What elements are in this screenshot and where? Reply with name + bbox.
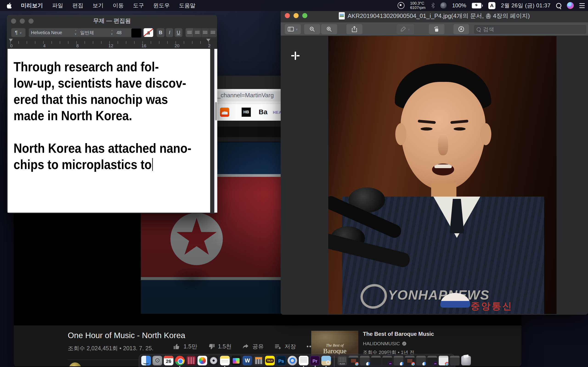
dock-textedit-icon[interactable] — [299, 356, 309, 365]
menu-help[interactable]: 도움말 — [179, 2, 195, 9]
markup-pen-button[interactable]: ∨ — [397, 24, 414, 34]
menubar-clock[interactable]: 2월 26일 (금) 01:37 — [501, 2, 551, 9]
align-center-button[interactable] — [193, 28, 201, 37]
menu-window[interactable]: 윈도우 — [153, 2, 170, 9]
close-button[interactable] — [285, 13, 290, 18]
menu-app-name[interactable]: 미리보기 — [21, 2, 43, 9]
minimized-chrome-window[interactable] — [405, 356, 415, 365]
sensor-status[interactable]: 100.3°C 6107rpm — [410, 1, 425, 10]
chrome-badge-icon — [355, 362, 358, 365]
font-size-value: 48 — [116, 30, 121, 35]
kakao-label: TALK — [266, 359, 274, 363]
dislike-button[interactable]: 1.5천 — [208, 343, 232, 350]
underline-button[interactable]: U — [174, 28, 182, 37]
photo-ear-shape — [480, 123, 491, 145]
bookmark-bandcamp-icon[interactable]: Ba — [259, 108, 267, 116]
minimized-premiere-window[interactable]: Pr — [382, 356, 392, 365]
minimized-finder-window[interactable] — [394, 356, 403, 365]
dock-finder-icon[interactable] — [141, 356, 151, 365]
dock-preview-icon[interactable] — [321, 356, 331, 365]
dock-chrome-icon[interactable] — [175, 356, 185, 365]
text-line: ered that this nanochip was — [14, 91, 191, 107]
bluetooth-icon[interactable] — [431, 3, 435, 8]
background-color-well[interactable]: a — [144, 28, 153, 37]
document-editor[interactable]: Through research and fol- low-up, scient… — [8, 49, 210, 213]
dock-trash-icon[interactable] — [461, 356, 471, 365]
dock-dvd-player-icon[interactable] — [209, 356, 218, 365]
monitor-app-icon[interactable] — [440, 2, 447, 9]
share-button[interactable] — [346, 24, 363, 34]
dock-xlsx-document[interactable]: XLSX — [337, 356, 347, 365]
minimized-finder-window[interactable] — [360, 356, 370, 365]
up-next-title[interactable]: The Best of Baroque Music — [363, 331, 434, 337]
text-line: low-up, scientists have discov- — [14, 75, 191, 91]
menu-go[interactable]: 이동 — [113, 2, 124, 9]
typeface-select[interactable]: 일반체 ⌃∨ — [78, 28, 115, 37]
text-color-well[interactable] — [131, 28, 142, 38]
align-left-button[interactable] — [186, 28, 193, 37]
align-justify-button[interactable] — [201, 28, 209, 37]
left-margin-marker[interactable] — [9, 39, 13, 42]
spotlight-search-icon[interactable] — [556, 3, 561, 8]
preview-content: YONHAPNEWS 중앙통신 — [281, 35, 588, 315]
menu-file[interactable]: 파일 — [52, 2, 63, 9]
minimized-chrome-window[interactable] — [439, 356, 448, 365]
scrollbar-track[interactable] — [214, 49, 217, 213]
bookmark-soundcloud-icon[interactable] — [220, 108, 229, 117]
dock-photos-icon[interactable] — [198, 356, 207, 365]
font-family-select[interactable]: Helvetica Neue ⌃∨ — [29, 28, 79, 37]
dock-word-icon[interactable]: W — [242, 356, 252, 365]
dock-final-cut-icon[interactable] — [231, 356, 241, 365]
screen-record-icon[interactable] — [398, 2, 405, 9]
markup-toolbar-button[interactable] — [453, 24, 469, 34]
dock-kakaotalk-icon[interactable]: TALK — [265, 356, 275, 365]
control-center-icon[interactable] — [579, 3, 585, 8]
minimized-chrome-window[interactable] — [349, 356, 358, 365]
charging-bolt-icon — [475, 4, 478, 7]
paragraph-style-button[interactable]: ¶ ∨ — [11, 28, 26, 37]
scrollbar-thumb[interactable] — [215, 102, 217, 120]
kim-jong-un-photo[interactable]: YONHAPNEWS 중앙통신 — [328, 36, 556, 314]
minimized-window[interactable] — [450, 356, 460, 365]
menu-tools[interactable]: 도구 — [133, 2, 144, 9]
save-button[interactable]: 저장 — [275, 343, 296, 350]
up-next-channel-row[interactable]: HALIDONMUSIC ✓ — [363, 341, 406, 346]
dock-quicktime-icon[interactable] — [288, 356, 297, 365]
dock-photoshop-icon[interactable]: Ps — [276, 356, 286, 365]
playlist-add-icon — [275, 343, 281, 350]
minimized-finder-window[interactable] — [416, 356, 426, 365]
dock-photo-booth-icon[interactable] — [186, 356, 196, 365]
share-button[interactable]: 공유 — [242, 343, 264, 350]
right-margin-marker[interactable] — [206, 39, 210, 42]
zoom-in-button[interactable] — [321, 24, 337, 34]
finder-badge-icon — [366, 362, 370, 365]
italic-button[interactable]: I — [166, 28, 173, 37]
bold-button[interactable]: B — [157, 28, 164, 37]
search-field[interactable]: 검색 — [474, 25, 587, 34]
menu-edit[interactable]: 편집 — [72, 2, 83, 9]
channel-avatar[interactable] — [69, 362, 81, 366]
siri-icon[interactable] — [567, 2, 574, 9]
photo-eye-shape — [454, 127, 466, 131]
dock-calculator-icon[interactable] — [254, 356, 263, 365]
dock-calendar-icon[interactable]: 26 — [164, 356, 173, 365]
zoom-out-button[interactable] — [304, 24, 320, 34]
apple-logo-icon[interactable] — [7, 3, 12, 8]
address-bar-url[interactable]: _channel=MartinVarg — [217, 92, 274, 99]
sidebar-toggle-button[interactable]: ∨ — [285, 24, 301, 34]
minimized-premiere-window[interactable]: Pr — [427, 356, 437, 365]
ruler-label: 8 — [76, 43, 79, 48]
dock-system-preferences-icon[interactable]: ⚙ — [153, 356, 162, 365]
minimized-notes-window[interactable] — [371, 356, 381, 365]
like-button[interactable]: 1.5만 — [173, 343, 197, 350]
rotate-button[interactable] — [429, 24, 444, 34]
battery-icon[interactable] — [472, 3, 483, 8]
bookmark-hb-icon[interactable]: HB — [242, 108, 251, 117]
dock-notes-icon[interactable] — [220, 356, 230, 365]
zoom-button[interactable] — [302, 13, 307, 18]
align-right-button[interactable] — [209, 28, 217, 37]
menu-view[interactable]: 보기 — [93, 2, 104, 9]
input-source-badge[interactable]: A — [488, 2, 495, 9]
minimize-button[interactable] — [294, 13, 299, 18]
dock-premiere-icon[interactable]: Pr — [310, 356, 320, 365]
